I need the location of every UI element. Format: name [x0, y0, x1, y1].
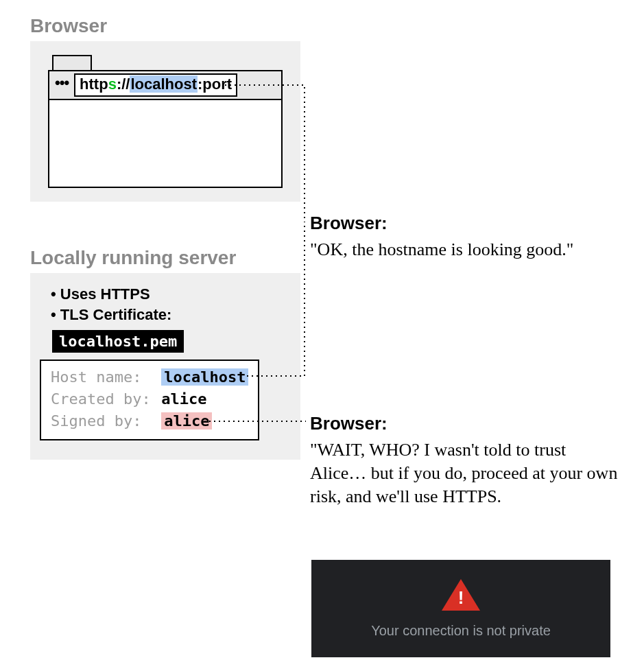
warning-exclamation-icon: !: [457, 589, 464, 607]
cert-value-hostname: localhost: [161, 368, 248, 386]
browser-viewport: [48, 100, 283, 188]
url-separator: ://: [117, 75, 130, 93]
url-scheme-s: s: [108, 75, 117, 93]
browser-chrome-bar: ••• https://localhost:port: [48, 70, 283, 100]
browser-security-warning: ! Your connection is not private: [311, 560, 610, 657]
browser-window: ••• https://localhost:port: [48, 55, 283, 188]
server-section-title: Locally running server: [30, 247, 236, 269]
cert-value-signed-by: alice: [161, 412, 212, 429]
browser-section-title: Browser: [30, 15, 107, 37]
url-hostname: localhost: [130, 75, 198, 93]
commentary1-heading: Browser:: [310, 213, 577, 234]
commentary2-text: "WAIT, WHO? I wasn't told to trust Alice…: [310, 438, 625, 508]
diagram-root: Browser ••• https://localhost:port Local…: [0, 0, 644, 671]
warning-message: Your connection is not private: [371, 623, 551, 639]
cert-label-signed-by: Signed by:: [51, 410, 152, 432]
certificate-details-box: Host name: localhost Created by: alice S…: [40, 360, 259, 440]
server-bullet-list: Uses HTTPS TLS Certificate:: [51, 284, 287, 325]
server-bullet-https: Uses HTTPS: [51, 284, 287, 305]
commentary-untrusted-signer: Browser: "WAIT, WHO? I wasn't told to tr…: [310, 413, 625, 508]
commentary1-text: "OK, the hostname is looking good.": [310, 238, 577, 261]
cert-label-created-by: Created by:: [51, 388, 152, 410]
cert-row-hostname: Host name: localhost: [51, 366, 248, 388]
browser-tab: [52, 55, 92, 70]
address-bar: https://localhost:port: [74, 73, 237, 96]
browser-menu-dots-icon: •••: [55, 75, 69, 95]
url-scheme-http: http: [80, 75, 108, 93]
warning-triangle-icon: !: [442, 579, 480, 611]
cert-label-hostname: Host name:: [51, 366, 152, 388]
certificate-filename: localhost.pem: [52, 330, 184, 353]
cert-value-created-by: alice: [161, 390, 206, 408]
cert-row-signed-by: Signed by: alice: [51, 410, 248, 432]
url-port: port: [202, 75, 232, 93]
commentary-hostname-ok: Browser: "OK, the hostname is looking go…: [310, 213, 577, 261]
cert-row-created-by: Created by: alice: [51, 388, 248, 410]
commentary2-heading: Browser:: [310, 413, 625, 434]
server-bullet-cert: TLS Certificate:: [51, 305, 287, 325]
